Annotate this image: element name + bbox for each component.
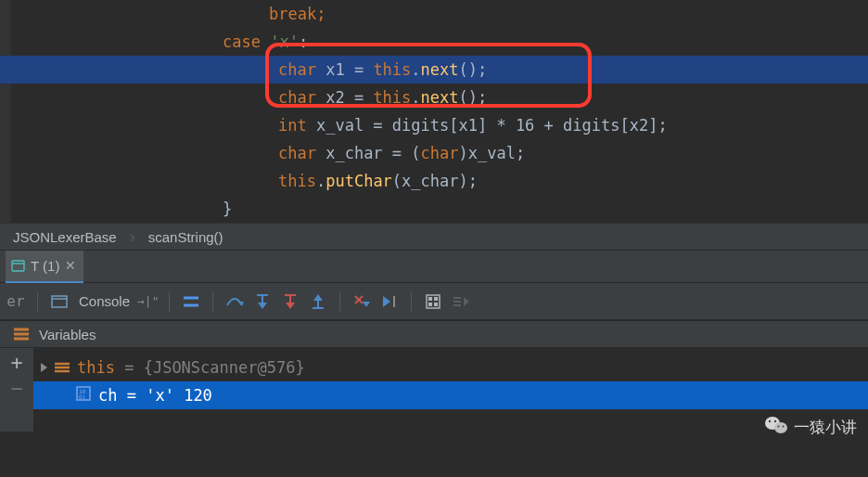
code-token: x2 = <box>316 88 373 107</box>
variables-title: Variables <box>39 327 96 342</box>
code-token: x1 = <box>316 60 373 79</box>
watermark-text: 一猿小讲 <box>794 417 857 438</box>
step-into-icon[interactable] <box>250 290 274 314</box>
code-token: (); <box>459 60 488 79</box>
variables-sidebar: + − <box>0 348 33 432</box>
code-line: } <box>0 195 868 223</box>
code-line: break; <box>0 0 868 28</box>
code-line: case 'x': <box>0 28 868 56</box>
code-token: x_val = digits[x1] * 16 + digits[x2]; <box>307 116 668 135</box>
code-token: . <box>411 88 420 107</box>
console-tab-icon[interactable] <box>47 290 71 314</box>
svg-marker-11 <box>286 303 295 309</box>
svg-point-44 <box>778 426 780 428</box>
code-token: char <box>278 60 316 79</box>
code-token: (); <box>459 88 488 107</box>
variable-value: {JSONScanner@576} <box>144 358 305 377</box>
run-tab-label: T (1) <box>31 258 59 274</box>
code-token: putChar <box>326 172 392 190</box>
code-token: 'x' <box>270 32 299 51</box>
code-token: case <box>223 32 261 51</box>
svg-text:01: 01 <box>79 393 86 400</box>
code-line: this.putChar(x_char); <box>0 167 868 195</box>
equals-sign: = <box>117 386 146 405</box>
code-token: )x_val; <box>459 144 526 162</box>
equals-sign: = <box>115 358 144 377</box>
step-over-icon[interactable] <box>223 290 247 314</box>
code-line: char x2 = this.next(); <box>0 84 868 111</box>
code-token: x_char = ( <box>316 144 421 162</box>
svg-point-45 <box>783 426 785 428</box>
console-label[interactable]: Console <box>79 293 130 309</box>
separator <box>169 291 170 312</box>
code-token: this <box>373 88 411 107</box>
run-tab[interactable]: T (1) ✕ <box>6 251 83 283</box>
svg-rect-0 <box>12 261 24 271</box>
code-line: char x_char = (char)x_val; <box>0 139 868 167</box>
close-icon[interactable]: ✕ <box>65 258 76 273</box>
frames-icon[interactable] <box>179 290 203 314</box>
run-tab-bar: T (1) ✕ <box>0 251 868 283</box>
trace-current-stream-icon[interactable] <box>449 290 473 314</box>
svg-marker-8 <box>258 303 267 309</box>
svg-marker-30 <box>464 297 469 306</box>
code-token: this <box>278 172 316 190</box>
restore-layout-icon[interactable]: er <box>4 290 28 314</box>
breadcrumb-method[interactable]: scanString() <box>148 229 223 245</box>
code-token: next <box>421 88 459 107</box>
application-icon <box>11 259 25 273</box>
attach-icon[interactable]: →|" <box>137 294 159 308</box>
svg-rect-2 <box>52 296 67 307</box>
code-token: this <box>373 60 411 79</box>
code-token: char <box>278 144 316 162</box>
code-token: int <box>278 116 307 135</box>
remove-watch-icon[interactable]: − <box>10 381 22 396</box>
drop-frame-icon[interactable] <box>350 290 374 314</box>
variable-value: 'x' 120 <box>146 386 212 405</box>
svg-rect-26 <box>434 303 438 306</box>
code-token: char <box>278 88 316 107</box>
code-editor[interactable]: break; case 'x': char x1 = this.next(); … <box>0 0 868 223</box>
svg-rect-23 <box>428 297 432 301</box>
primitive-icon: 1001 <box>76 386 91 405</box>
code-token: : <box>299 32 308 51</box>
variables-icon <box>13 328 30 341</box>
code-token: . <box>411 60 420 79</box>
separator <box>212 291 213 312</box>
svg-marker-21 <box>383 296 390 307</box>
variable-name: ch <box>98 386 117 405</box>
variable-row-selected[interactable]: 1001 ch = 'x' 120 <box>33 381 868 409</box>
breadcrumb-class[interactable]: JSONLexerBase <box>13 229 117 245</box>
svg-point-41 <box>774 422 787 433</box>
step-out-icon[interactable] <box>306 290 330 314</box>
variables-panel: + − this = {JSONScanner@576} 1001 ch = '… <box>0 348 868 432</box>
svg-point-42 <box>769 420 771 422</box>
code-line: int x_val = digits[x1] * 16 + digits[x2]… <box>0 111 868 139</box>
add-watch-icon[interactable]: + <box>10 355 22 370</box>
variable-row[interactable]: this = {JSONScanner@576} <box>33 354 868 381</box>
debugger-toolbar: er Console →|" <box>0 283 868 320</box>
code-token: . <box>316 172 326 190</box>
svg-marker-14 <box>313 294 323 301</box>
evaluate-expression-icon[interactable] <box>421 290 445 314</box>
svg-rect-24 <box>434 297 438 301</box>
separator <box>37 291 38 312</box>
breadcrumb[interactable]: JSONLexerBase › scanString() <box>0 223 868 251</box>
svg-marker-18 <box>363 302 370 307</box>
separator <box>411 291 412 312</box>
variables-tree[interactable]: this = {JSONScanner@576} 1001 ch = 'x' 1… <box>33 348 868 432</box>
force-step-into-icon[interactable] <box>278 290 302 314</box>
object-icon <box>55 362 70 373</box>
variable-name: this <box>77 358 115 377</box>
code-token: char <box>421 144 459 162</box>
separator <box>339 291 340 312</box>
svg-rect-25 <box>428 303 432 306</box>
expand-icon[interactable] <box>41 363 47 372</box>
code-token: } <box>223 200 232 218</box>
code-token: break; <box>0 5 326 23</box>
code-token: next <box>421 60 459 79</box>
code-token: (x_char); <box>392 172 478 190</box>
run-to-cursor-icon[interactable] <box>377 290 402 314</box>
variables-header[interactable]: Variables <box>0 320 868 348</box>
svg-point-43 <box>774 420 776 422</box>
